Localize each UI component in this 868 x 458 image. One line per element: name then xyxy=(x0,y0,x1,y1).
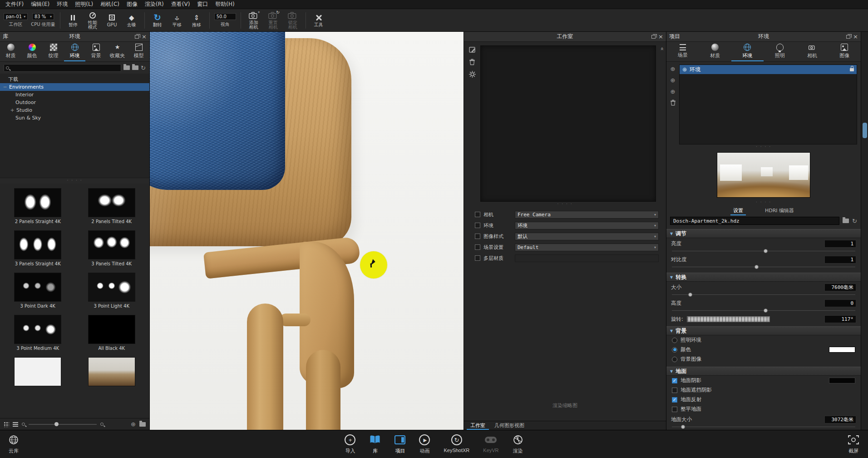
image-style-select[interactable]: 默认▾ xyxy=(515,233,659,240)
image-style-checkbox[interactable] xyxy=(475,234,480,239)
hdri-preview-image[interactable] xyxy=(717,152,810,198)
menu-help[interactable]: 帮助(H) xyxy=(212,0,238,9)
keyvr-button[interactable]: KeyVR xyxy=(483,434,498,454)
tab-geometry-view[interactable]: 几何图形视图 xyxy=(491,421,528,430)
ground-size-field[interactable]: 3072毫米 xyxy=(824,416,856,423)
menu-window[interactable]: 窗口 xyxy=(193,0,212,9)
splitter-grip[interactable]: · · · · xyxy=(666,144,861,150)
scene-settings-checkbox[interactable] xyxy=(475,244,480,250)
search-box[interactable] xyxy=(4,64,121,72)
pan-button[interactable]: ↔↕ 平移 xyxy=(169,14,185,27)
lib-tab-textures[interactable]: 纹理 xyxy=(43,42,64,61)
lib-tab-environments[interactable]: 环境 xyxy=(64,42,85,61)
collapse-up-icon[interactable]: » xyxy=(659,47,666,51)
close-icon[interactable]: × xyxy=(142,35,147,39)
proj-tab-image[interactable]: 图像 xyxy=(829,42,861,61)
menu-file[interactable]: 文件(F) xyxy=(2,0,27,9)
dolly-button[interactable]: ⇕ 推移 xyxy=(188,14,205,27)
splitter-grip[interactable]: · · · · xyxy=(666,200,861,205)
tools-button[interactable]: 工具 xyxy=(311,14,327,27)
expand-expander[interactable]: + xyxy=(10,107,15,113)
lib-tab-materials[interactable]: 材质 xyxy=(0,42,21,61)
ground-occlusion-checkbox[interactable] xyxy=(672,388,677,393)
folder-icon[interactable] xyxy=(132,65,138,70)
multi-material-checkbox[interactable] xyxy=(475,255,480,261)
zoom-in-icon[interactable] xyxy=(100,423,104,426)
slider-thumb[interactable] xyxy=(755,265,759,269)
ground-shadow-color-swatch[interactable] xyxy=(829,378,855,383)
brightness-field[interactable]: 1 xyxy=(824,240,856,248)
slider-thumb[interactable] xyxy=(54,422,59,426)
close-icon[interactable]: × xyxy=(658,35,663,39)
ground-size-slider[interactable] xyxy=(672,424,855,430)
lib-tab-colors[interactable]: 颜色 xyxy=(21,42,43,61)
float-panel-icon[interactable] xyxy=(651,35,656,39)
animation-button[interactable]: ▶ 动画 xyxy=(419,434,430,454)
brightness-slider[interactable] xyxy=(672,248,855,254)
reload-hdri-icon[interactable]: ↻ xyxy=(852,218,857,224)
menu-lighting[interactable]: 照明(L) xyxy=(71,0,97,9)
size-slider[interactable] xyxy=(672,292,855,298)
background-color-swatch[interactable] xyxy=(829,347,855,353)
height-slider[interactable] xyxy=(672,308,855,314)
grid-view-icon[interactable] xyxy=(4,422,9,427)
contrast-field[interactable]: 1 xyxy=(824,256,856,264)
scene-settings-select[interactable]: Default▾ xyxy=(515,244,659,251)
add-camera-button[interactable]: + 添加相机 xyxy=(246,11,262,30)
add-folder-icon[interactable] xyxy=(123,65,130,70)
flatten-ground-checkbox[interactable] xyxy=(672,407,677,412)
section-background[interactable]: ▼ 背景 xyxy=(666,326,861,335)
zoom-out-icon[interactable] xyxy=(22,423,25,426)
proj-tab-scene[interactable]: 场景 xyxy=(666,42,699,61)
library-thumbnail[interactable]: 2 Panels Straight 4K xyxy=(5,188,70,224)
render-button[interactable]: 渲染 xyxy=(513,434,523,454)
tree-item-interior[interactable]: Interior xyxy=(0,91,149,99)
gpu-button[interactable]: GPU xyxy=(104,14,120,27)
tab-hdri-editor[interactable]: HDRI 编辑器 xyxy=(762,205,797,215)
project-toggle-button[interactable]: 项目 xyxy=(395,434,405,454)
menu-environment[interactable]: 环境 xyxy=(53,0,71,9)
float-panel-icon[interactable] xyxy=(135,35,139,39)
library-thumbnail[interactable]: 3 Panels Straight 4K xyxy=(5,230,70,266)
add-environment-icon[interactable]: ⊕ xyxy=(671,77,676,84)
library-thumbnail[interactable]: All Black 4K xyxy=(79,315,144,351)
slider-thumb[interactable] xyxy=(681,425,685,429)
tree-item-environments[interactable]: −Environments xyxy=(0,83,149,91)
rotation-ruler-slider[interactable] xyxy=(687,316,770,322)
lib-tab-models[interactable]: 模型 xyxy=(128,42,149,61)
tab-settings[interactable]: 设置 xyxy=(730,205,746,215)
performance-mode-button[interactable]: 性能模式 xyxy=(84,11,101,30)
studio-list[interactable] xyxy=(480,45,656,202)
denoise-button[interactable]: ◆ 去噪 xyxy=(123,14,140,27)
library-toggle-button[interactable]: 库 xyxy=(369,434,381,454)
cpu-usage-selector[interactable]: 83 %▾ CPU 使用量 xyxy=(31,13,55,28)
library-thumbnail[interactable] xyxy=(5,357,70,388)
section-adjust[interactable]: ▼ 调节 xyxy=(666,229,861,238)
ground-shadow-checkbox[interactable]: ✓ xyxy=(672,378,677,383)
lighting-env-radio[interactable] xyxy=(672,338,677,343)
tree-item-outdoor[interactable]: Outdoor xyxy=(0,99,149,106)
slider-thumb[interactable] xyxy=(764,309,768,313)
environment-icon[interactable]: ⊕ xyxy=(671,65,676,72)
slider-thumb[interactable] xyxy=(688,293,692,297)
multi-material-select[interactable] xyxy=(515,254,659,262)
search-input[interactable] xyxy=(11,65,119,70)
close-icon[interactable]: × xyxy=(853,35,858,39)
delete-studio-button[interactable] xyxy=(469,59,475,65)
menu-image[interactable]: 图像 xyxy=(123,0,141,9)
cloud-library-button[interactable]: 云库 xyxy=(8,434,19,454)
environment-checkbox[interactable] xyxy=(475,223,480,228)
environment-select[interactable]: 环境▾ xyxy=(515,222,659,229)
delete-environment-button[interactable] xyxy=(670,100,676,107)
library-thumbnail[interactable]: 2 Panels Tilted 4K xyxy=(79,188,144,224)
thumbnail-size-slider[interactable] xyxy=(29,424,97,425)
menu-view[interactable]: 查看(V) xyxy=(168,0,194,9)
tree-item-studio[interactable]: +Studio xyxy=(0,106,149,114)
refresh-library-button[interactable]: ↻ xyxy=(141,65,146,71)
library-thumbnail[interactable]: 3 Point Light 4K xyxy=(79,273,144,309)
proj-tab-camera[interactable]: 相机 xyxy=(796,42,828,61)
tumble-flip-button[interactable]: ↻ 翻转 xyxy=(149,14,166,27)
slider-thumb[interactable] xyxy=(764,249,768,253)
environment-list-item[interactable]: ⊕ 环境 xyxy=(680,65,857,74)
screenshot-button[interactable]: 截屏 xyxy=(848,434,859,454)
